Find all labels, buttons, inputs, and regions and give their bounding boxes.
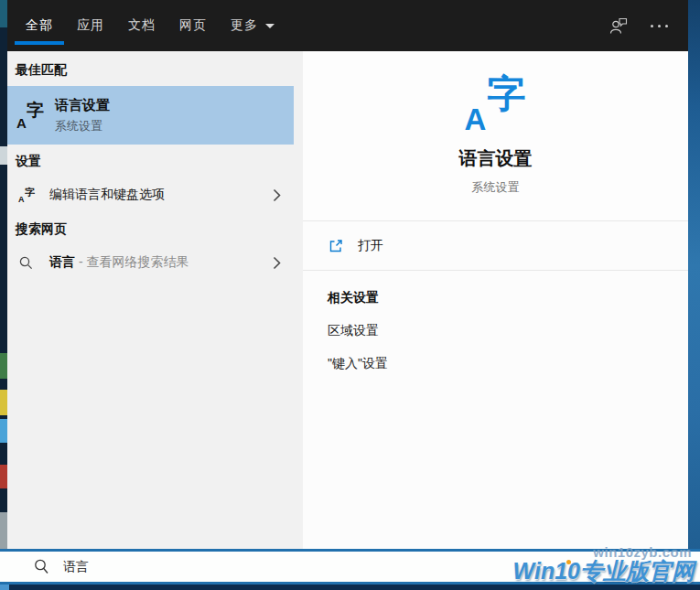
result-web-search-language[interactable]: 语言 - 查看网络搜索结果 bbox=[7, 245, 294, 280]
settings-section-header: 设置 bbox=[16, 154, 303, 170]
language-settings-icon: 字 A bbox=[16, 102, 44, 129]
tab-web-label: 网页 bbox=[179, 17, 207, 34]
tab-apps[interactable]: 应用 bbox=[65, 0, 116, 51]
best-match-subtitle: 系统设置 bbox=[55, 118, 110, 134]
preview-hero: 字 A 语言设置 系统设置 bbox=[303, 51, 688, 221]
tab-documents[interactable]: 文档 bbox=[116, 0, 167, 51]
open-label: 打开 bbox=[358, 238, 383, 254]
watermark-i-dot bbox=[566, 560, 571, 564]
feedback-person-icon bbox=[608, 16, 629, 36]
best-match-header: 最佳匹配 bbox=[16, 62, 303, 79]
preview-panel: 字 A 语言设置 系统设置 打开 相关设置 区域设置 bbox=[303, 51, 688, 549]
desktop-edge-left bbox=[0, 0, 7, 590]
preview-title: 语言设置 bbox=[303, 146, 688, 171]
chevron-right-icon[interactable] bbox=[273, 256, 281, 270]
settings-item-label: 编辑语言和键盘选项 bbox=[49, 187, 273, 203]
tab-documents-label: 文档 bbox=[128, 17, 156, 34]
language-settings-icon-large: 字 A bbox=[465, 75, 527, 134]
screen: 全部 应用 文档 网页 更多 bbox=[0, 0, 700, 590]
best-match-title: 语言设置 bbox=[55, 97, 110, 114]
open-external-icon bbox=[328, 238, 344, 254]
tab-web[interactable]: 网页 bbox=[167, 0, 219, 51]
more-options-button[interactable] bbox=[640, 0, 688, 51]
feedback-button[interactable] bbox=[598, 0, 640, 51]
related-settings-section: 相关设置 区域设置 "键入"设置 bbox=[303, 271, 688, 392]
open-action-row[interactable]: 打开 bbox=[303, 221, 688, 271]
taskbar-corner bbox=[0, 585, 9, 590]
web-query-suffix: - 查看网络搜索结果 bbox=[75, 254, 188, 269]
desktop-edge-right bbox=[688, 0, 700, 590]
preview-subtitle: 系统设置 bbox=[303, 179, 688, 196]
ellipsis-icon bbox=[651, 25, 668, 27]
language-settings-icon: 字 A bbox=[18, 188, 35, 203]
chevron-down-icon bbox=[265, 24, 275, 28]
tab-all[interactable]: 全部 bbox=[14, 0, 65, 51]
web-query-text: 语言 bbox=[49, 254, 75, 269]
search-results-area: 最佳匹配 字 A 语言设置 系统设置 设置 bbox=[7, 51, 688, 549]
tab-apps-label: 应用 bbox=[77, 17, 104, 34]
related-item-typing-settings[interactable]: "键入"设置 bbox=[328, 356, 663, 372]
result-edit-language-keyboard-options[interactable]: 字 A 编辑语言和键盘选项 bbox=[7, 177, 294, 212]
related-item-region-settings[interactable]: 区域设置 bbox=[328, 323, 663, 339]
watermark-brand: Win10专业版官网 bbox=[513, 556, 695, 586]
tab-more[interactable]: 更多 bbox=[219, 0, 286, 51]
chevron-right-icon[interactable] bbox=[273, 188, 281, 202]
tab-all-label: 全部 bbox=[26, 17, 53, 34]
related-settings-header: 相关设置 bbox=[328, 290, 663, 306]
search-input-text[interactable]: 语言 bbox=[63, 559, 89, 575]
search-flyout-window: 全部 应用 文档 网页 更多 bbox=[7, 0, 688, 549]
search-filter-bar: 全部 应用 文档 网页 更多 bbox=[7, 0, 688, 51]
search-icon bbox=[18, 255, 34, 271]
search-icon bbox=[33, 558, 50, 575]
result-best-match-language-settings[interactable]: 字 A 语言设置 系统设置 bbox=[7, 86, 294, 145]
tab-more-label: 更多 bbox=[231, 17, 258, 34]
web-search-section-header: 搜索网页 bbox=[16, 221, 303, 238]
results-panel: 最佳匹配 字 A 语言设置 系统设置 设置 bbox=[7, 51, 303, 549]
